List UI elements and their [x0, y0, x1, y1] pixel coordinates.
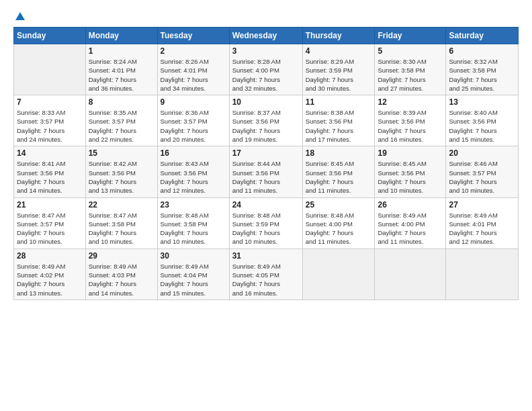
day-number: 5 [378, 46, 443, 56]
calendar-cell: 7Sunrise: 8:33 AMSunset: 3:57 PMDaylight… [14, 95, 86, 146]
header [13, 11, 519, 20]
day-number: 15 [89, 148, 154, 158]
day-number: 7 [17, 97, 83, 107]
day-number: 3 [232, 46, 300, 56]
calendar-cell: 26Sunrise: 8:49 AMSunset: 4:00 PMDayligh… [375, 197, 446, 248]
day-number: 6 [449, 46, 515, 56]
day-info: Sunrise: 8:48 AMSunset: 3:59 PMDaylight:… [232, 211, 300, 246]
calendar-cell: 16Sunrise: 8:43 AMSunset: 3:56 PMDayligh… [157, 146, 229, 197]
day-number: 10 [232, 97, 300, 107]
day-info: Sunrise: 8:45 AMSunset: 3:56 PMDaylight:… [306, 159, 372, 195]
day-number: 27 [449, 200, 515, 210]
day-number: 29 [89, 251, 154, 261]
day-info: Sunrise: 8:32 AMSunset: 3:58 PMDaylight:… [449, 57, 515, 93]
day-number: 23 [161, 200, 226, 210]
day-info: Sunrise: 8:29 AMSunset: 3:59 PMDaylight:… [306, 57, 372, 93]
calendar-cell: 10Sunrise: 8:37 AMSunset: 3:56 PMDayligh… [229, 95, 302, 146]
calendar-cell: 8Sunrise: 8:35 AMSunset: 3:57 PMDaylight… [85, 95, 157, 146]
day-number: 1 [89, 46, 154, 56]
day-info: Sunrise: 8:49 AMSunset: 4:00 PMDaylight:… [378, 211, 443, 246]
calendar-cell [446, 248, 519, 300]
day-number: 12 [378, 97, 443, 107]
calendar-cell: 1Sunrise: 8:24 AMSunset: 4:01 PMDaylight… [85, 44, 157, 95]
day-info: Sunrise: 8:48 AMSunset: 3:58 PMDaylight:… [161, 211, 226, 246]
day-info: Sunrise: 8:35 AMSunset: 3:57 PMDaylight:… [89, 108, 154, 144]
day-info: Sunrise: 8:49 AMSunset: 4:01 PMDaylight:… [449, 211, 515, 246]
day-info: Sunrise: 8:48 AMSunset: 4:00 PMDaylight:… [306, 211, 372, 246]
day-number: 17 [232, 148, 300, 158]
day-info: Sunrise: 8:26 AMSunset: 4:01 PMDaylight:… [161, 57, 226, 93]
day-info: Sunrise: 8:37 AMSunset: 3:56 PMDaylight:… [232, 108, 300, 144]
calendar-cell: 19Sunrise: 8:45 AMSunset: 3:56 PMDayligh… [375, 146, 446, 197]
day-number: 9 [161, 97, 226, 107]
calendar: SundayMondayTuesdayWednesdayThursdayFrid… [13, 27, 519, 300]
calendar-cell: 6Sunrise: 8:32 AMSunset: 3:58 PMDaylight… [446, 44, 519, 95]
day-number: 13 [449, 97, 515, 107]
day-number: 26 [378, 200, 443, 210]
day-info: Sunrise: 8:43 AMSunset: 3:56 PMDaylight:… [161, 159, 226, 195]
calendar-cell: 27Sunrise: 8:49 AMSunset: 4:01 PMDayligh… [446, 197, 519, 248]
calendar-cell: 17Sunrise: 8:44 AMSunset: 3:56 PMDayligh… [229, 146, 302, 197]
calendar-cell [302, 248, 375, 300]
calendar-cell: 20Sunrise: 8:46 AMSunset: 3:57 PMDayligh… [446, 146, 519, 197]
calendar-cell: 24Sunrise: 8:48 AMSunset: 3:59 PMDayligh… [229, 197, 302, 248]
day-number: 31 [232, 251, 300, 261]
day-number: 2 [161, 46, 226, 56]
calendar-cell: 18Sunrise: 8:45 AMSunset: 3:56 PMDayligh… [302, 146, 375, 197]
logo-icon [14, 11, 26, 23]
day-info: Sunrise: 8:49 AMSunset: 4:05 PMDaylight:… [232, 262, 300, 298]
day-number: 18 [306, 148, 372, 158]
day-number: 21 [17, 200, 83, 210]
day-number: 25 [306, 200, 372, 210]
day-number: 19 [378, 148, 443, 158]
calendar-cell: 29Sunrise: 8:49 AMSunset: 4:03 PMDayligh… [85, 248, 157, 300]
day-number: 28 [17, 251, 83, 261]
day-info: Sunrise: 8:49 AMSunset: 4:04 PMDaylight:… [161, 262, 226, 298]
calendar-cell: 3Sunrise: 8:28 AMSunset: 4:00 PMDaylight… [229, 44, 302, 95]
day-info: Sunrise: 8:36 AMSunset: 3:57 PMDaylight:… [161, 108, 226, 144]
day-number: 20 [449, 148, 515, 158]
day-info: Sunrise: 8:46 AMSunset: 3:57 PMDaylight:… [449, 159, 515, 195]
weekday-header-wednesday: Wednesday [229, 28, 302, 44]
calendar-cell: 5Sunrise: 8:30 AMSunset: 3:58 PMDaylight… [375, 44, 446, 95]
calendar-cell [375, 248, 446, 300]
calendar-cell: 11Sunrise: 8:38 AMSunset: 3:56 PMDayligh… [302, 95, 375, 146]
day-number: 30 [161, 251, 226, 261]
day-info: Sunrise: 8:42 AMSunset: 3:56 PMDaylight:… [89, 159, 154, 195]
week-row-1: 1Sunrise: 8:24 AMSunset: 4:01 PMDaylight… [14, 44, 519, 95]
week-row-3: 14Sunrise: 8:41 AMSunset: 3:56 PMDayligh… [14, 146, 519, 197]
calendar-cell: 31Sunrise: 8:49 AMSunset: 4:05 PMDayligh… [229, 248, 302, 300]
day-info: Sunrise: 8:33 AMSunset: 3:57 PMDaylight:… [17, 108, 83, 144]
day-info: Sunrise: 8:40 AMSunset: 3:56 PMDaylight:… [449, 108, 515, 144]
day-number: 22 [89, 200, 154, 210]
week-row-5: 28Sunrise: 8:49 AMSunset: 4:02 PMDayligh… [14, 248, 519, 300]
day-number: 8 [89, 97, 154, 107]
calendar-cell: 2Sunrise: 8:26 AMSunset: 4:01 PMDaylight… [157, 44, 229, 95]
week-row-4: 21Sunrise: 8:47 AMSunset: 3:57 PMDayligh… [14, 197, 519, 248]
day-info: Sunrise: 8:45 AMSunset: 3:56 PMDaylight:… [378, 159, 443, 195]
svg-marker-0 [15, 12, 25, 20]
weekday-header-monday: Monday [85, 28, 157, 44]
calendar-cell: 30Sunrise: 8:49 AMSunset: 4:04 PMDayligh… [157, 248, 229, 300]
calendar-cell [14, 44, 86, 95]
day-number: 24 [232, 200, 300, 210]
calendar-cell: 13Sunrise: 8:40 AMSunset: 3:56 PMDayligh… [446, 95, 519, 146]
day-number: 4 [306, 46, 372, 56]
calendar-cell: 21Sunrise: 8:47 AMSunset: 3:57 PMDayligh… [14, 197, 86, 248]
day-info: Sunrise: 8:41 AMSunset: 3:56 PMDaylight:… [17, 159, 83, 195]
calendar-cell: 15Sunrise: 8:42 AMSunset: 3:56 PMDayligh… [85, 146, 157, 197]
weekday-header-thursday: Thursday [302, 28, 375, 44]
day-info: Sunrise: 8:24 AMSunset: 4:01 PMDaylight:… [89, 57, 154, 93]
weekday-header-row: SundayMondayTuesdayWednesdayThursdayFrid… [14, 28, 519, 44]
calendar-cell: 22Sunrise: 8:47 AMSunset: 3:58 PMDayligh… [85, 197, 157, 248]
weekday-header-sunday: Sunday [14, 28, 86, 44]
day-info: Sunrise: 8:28 AMSunset: 4:00 PMDaylight:… [232, 57, 300, 93]
day-info: Sunrise: 8:49 AMSunset: 4:02 PMDaylight:… [17, 262, 83, 298]
day-number: 11 [306, 97, 372, 107]
day-number: 14 [17, 148, 83, 158]
day-info: Sunrise: 8:47 AMSunset: 3:58 PMDaylight:… [89, 211, 154, 246]
day-number: 16 [161, 148, 226, 158]
page: SundayMondayTuesdayWednesdayThursdayFrid… [0, 0, 532, 411]
week-row-2: 7Sunrise: 8:33 AMSunset: 3:57 PMDaylight… [14, 95, 519, 146]
calendar-cell: 12Sunrise: 8:39 AMSunset: 3:56 PMDayligh… [375, 95, 446, 146]
